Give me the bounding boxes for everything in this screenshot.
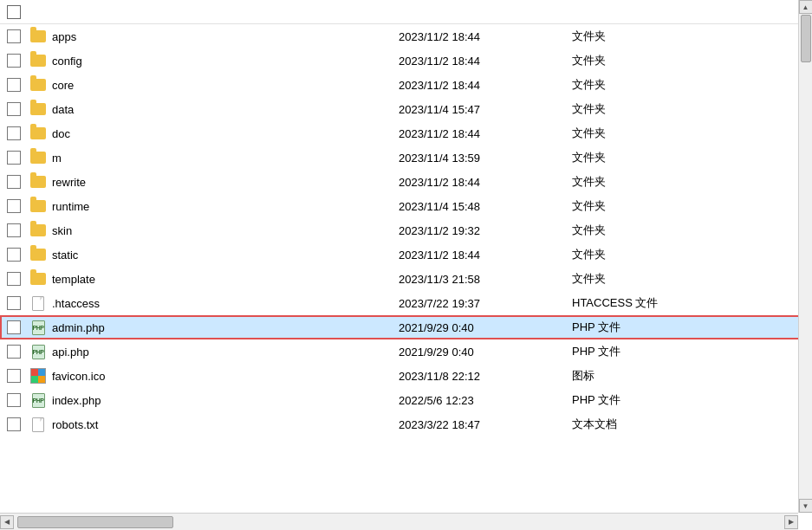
file-name: robots.txt (52, 418, 399, 431)
ico-icon (30, 368, 46, 384)
folder-icon (30, 224, 46, 236)
row-checkbox[interactable] (7, 151, 21, 165)
file-date: 2021/9/29 0:40 (399, 346, 572, 359)
row-checkbox[interactable] (7, 296, 21, 310)
list-item[interactable]: config 2023/11/2 18:44 文件夹 (0, 48, 812, 73)
list-item[interactable]: m 2023/11/4 13:59 文件夹 (0, 145, 812, 170)
file-type: 文件夹 (572, 126, 812, 141)
file-name: doc (52, 127, 399, 140)
row-checkbox[interactable] (7, 126, 21, 140)
folder-icon (30, 176, 46, 188)
list-item[interactable]: template 2023/11/3 21:58 文件夹 (0, 267, 812, 291)
row-checkbox[interactable] (7, 102, 21, 116)
file-name: data (52, 103, 399, 116)
list-item[interactable]: robots.txt 2023/3/22 18:47 文本文档 (0, 412, 812, 436)
list-item[interactable]: static 2023/11/2 18:44 文件夹 (0, 242, 812, 267)
file-date: 2023/11/4 15:48 (399, 200, 572, 213)
folder-icon (30, 200, 46, 212)
file-type-icon (29, 173, 47, 191)
file-name: skin (52, 224, 399, 237)
file-type: 文件夹 (572, 271, 812, 287)
php-icon: PHP (30, 392, 46, 408)
vertical-scrollbar[interactable]: ▲ ▼ (798, 0, 812, 513)
file-type-icon (29, 294, 47, 312)
select-all-checkbox[interactable] (7, 5, 21, 19)
v-scrollbar-track (799, 14, 812, 499)
folder-icon (30, 127, 46, 139)
file-date: 2023/11/2 18:44 (399, 30, 572, 43)
list-item[interactable]: .htaccess 2023/7/22 19:37 HTACCESS 文件 (0, 291, 812, 315)
file-name: runtime (52, 200, 399, 213)
file-date: 2022/5/6 12:23 (399, 394, 572, 407)
list-item[interactable]: data 2023/11/4 15:47 文件夹 (0, 97, 812, 121)
row-checkbox[interactable] (7, 248, 21, 262)
file-type-icon (29, 100, 47, 118)
file-date: 2023/11/2 18:44 (399, 127, 572, 140)
list-item[interactable]: doc 2023/11/2 18:44 文件夹 (0, 121, 812, 145)
v-scrollbar-thumb[interactable] (801, 15, 811, 62)
horizontal-scrollbar[interactable]: ◀ ▶ (0, 513, 798, 530)
row-checkbox[interactable] (7, 78, 21, 92)
file-type-icon (29, 28, 47, 45)
file-type-icon: PHP (29, 319, 47, 336)
file-type-icon (29, 125, 47, 142)
file-type-icon (29, 197, 47, 215)
h-scrollbar-thumb[interactable] (17, 516, 173, 528)
file-name: .htaccess (52, 297, 399, 310)
row-checkbox[interactable] (7, 175, 21, 189)
file-type: 文件夹 (572, 53, 812, 68)
list-item[interactable]: favicon.ico 2023/11/8 22:12 图标 (0, 364, 812, 388)
list-item[interactable]: rewrite 2023/11/2 18:44 文件夹 (0, 170, 812, 194)
list-item[interactable]: skin 2023/11/2 19:32 文件夹 (0, 218, 812, 242)
file-date: 2023/3/22 18:47 (399, 418, 572, 431)
row-checkbox[interactable] (7, 54, 21, 68)
list-item[interactable]: PHP api.php 2021/9/29 0:40 PHP 文件 (0, 339, 812, 364)
file-date: 2023/11/8 22:12 (399, 370, 572, 383)
file-type: PHP 文件 (572, 392, 812, 408)
file-type: 图标 (572, 368, 812, 384)
row-checkbox[interactable] (7, 272, 21, 286)
file-name: favicon.ico (52, 370, 399, 383)
row-checkbox[interactable] (7, 369, 21, 383)
list-item[interactable]: PHP index.php 2022/5/6 12:23 PHP 文件 (0, 388, 812, 412)
scroll-down-button[interactable]: ▼ (799, 499, 813, 513)
file-type-icon (29, 416, 47, 433)
folder-icon (30, 55, 46, 67)
file-date: 2023/11/2 18:44 (399, 55, 572, 68)
file-type-icon: PHP (29, 343, 47, 360)
file-type-icon (29, 367, 47, 385)
scroll-left-button[interactable]: ◀ (0, 515, 14, 529)
row-checkbox[interactable] (7, 320, 21, 334)
folder-icon (30, 79, 46, 91)
file-type-icon (29, 222, 47, 239)
scroll-up-button[interactable]: ▲ (799, 0, 813, 14)
file-icon (32, 296, 44, 311)
list-item[interactable]: runtime 2023/11/4 15:48 文件夹 (0, 194, 812, 218)
list-item[interactable]: core 2023/11/2 18:44 文件夹 (0, 73, 812, 97)
folder-icon (30, 152, 46, 164)
row-checkbox[interactable] (7, 199, 21, 213)
file-list: apps 2023/11/2 18:44 文件夹 config 2023/11/… (0, 24, 812, 513)
list-item[interactable]: apps 2023/11/2 18:44 文件夹 (0, 24, 812, 48)
file-type: HTACCESS 文件 (572, 295, 812, 311)
php-icon: PHP (30, 320, 46, 335)
file-type: 文件夹 (572, 150, 812, 165)
file-type: 文件夹 (572, 174, 812, 190)
row-checkbox[interactable] (7, 345, 21, 359)
h-scrollbar-track (14, 514, 784, 530)
file-date: 2023/11/2 18:44 (399, 79, 572, 92)
file-name: index.php (52, 394, 399, 407)
file-type: 文件夹 (572, 247, 812, 262)
row-checkbox[interactable] (7, 417, 21, 431)
row-checkbox[interactable] (7, 223, 21, 237)
file-type: 文件夹 (572, 77, 812, 93)
file-date: 2023/11/4 15:47 (399, 103, 572, 116)
file-name: core (52, 79, 399, 92)
file-type-icon (29, 76, 47, 94)
row-checkbox[interactable] (7, 29, 21, 43)
row-checkbox[interactable] (7, 393, 21, 407)
column-headers (0, 0, 812, 24)
scroll-right-button[interactable]: ▶ (784, 515, 798, 529)
file-date: 2021/9/29 0:40 (399, 321, 572, 334)
list-item[interactable]: PHP admin.php 2021/9/29 0:40 PHP 文件 (0, 315, 812, 339)
